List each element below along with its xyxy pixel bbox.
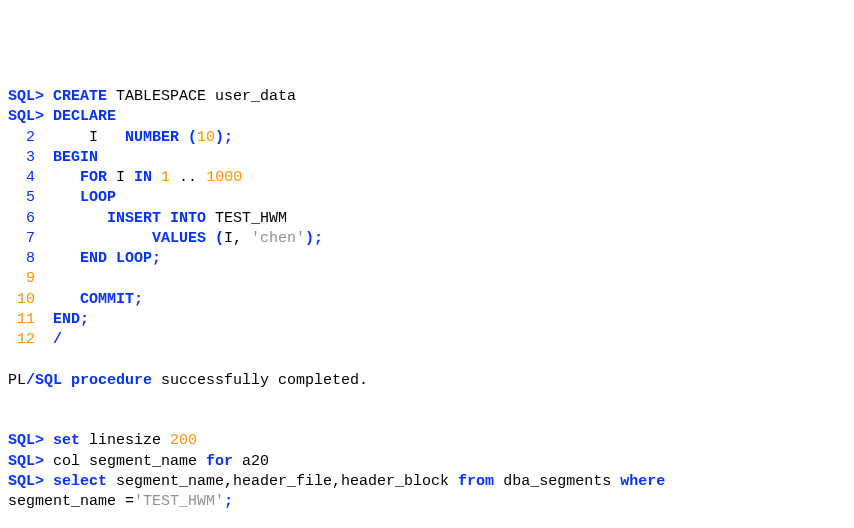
- sql-prompt: SQL>: [8, 453, 44, 470]
- keyword-end: END: [80, 250, 107, 267]
- keyword-set: set: [53, 432, 80, 449]
- line-number: 10: [8, 290, 35, 310]
- text: segment_name =: [8, 493, 134, 510]
- keyword-number: NUMBER: [125, 129, 179, 146]
- keyword-into: INTO: [170, 210, 206, 227]
- keyword-where: where: [620, 473, 665, 490]
- string-literal: 'chen': [251, 230, 305, 247]
- semicolon: ;: [224, 493, 233, 510]
- number-literal: 200: [170, 432, 197, 449]
- text: TEST_HWM: [206, 210, 287, 227]
- sql-prompt: SQL>: [8, 88, 44, 105]
- text: dba_segments: [494, 473, 620, 490]
- number-literal: 1000: [206, 169, 242, 186]
- sql-prompt: SQL>: [8, 473, 44, 490]
- sql-prompt: SQL>: [8, 432, 44, 449]
- completion-message: successfully completed.: [152, 372, 368, 389]
- keyword-create: CREATE: [53, 88, 107, 105]
- keyword-for: for: [206, 453, 233, 470]
- sql-prompt: SQL>: [8, 108, 44, 125]
- keyword-begin: BEGIN: [53, 149, 98, 166]
- text: TABLESPACE user_data: [107, 88, 296, 105]
- string-literal: 'TEST_HWM': [134, 493, 224, 510]
- line-number: 6: [8, 209, 35, 229]
- line-number: 7: [8, 229, 35, 249]
- keyword-for: FOR: [80, 169, 107, 186]
- line-number: 8: [8, 249, 35, 269]
- text: linesize: [80, 432, 170, 449]
- text: [152, 169, 161, 186]
- keyword-loop: LOOP;: [116, 250, 161, 267]
- number-literal: 1: [161, 169, 170, 186]
- keyword-in: IN: [134, 169, 152, 186]
- keyword-insert: INSERT: [107, 210, 161, 227]
- paren: );: [305, 230, 323, 247]
- terminal-output: SQL> CREATE TABLESPACE user_data SQL> DE…: [8, 87, 846, 528]
- text: PL: [8, 372, 26, 389]
- keyword-loop: LOOP: [80, 189, 116, 206]
- line-number: 12: [8, 330, 35, 350]
- line-number: 3: [8, 148, 35, 168]
- text: ..: [170, 169, 206, 186]
- keyword-select: select: [53, 473, 107, 490]
- text: /SQL procedure: [26, 372, 152, 389]
- text: segment_name,header_file,header_block: [107, 473, 458, 490]
- text: [53, 169, 80, 186]
- text: a20: [233, 453, 269, 470]
- number-literal: 10: [197, 129, 215, 146]
- paren: );: [215, 129, 233, 146]
- paren: (: [188, 129, 197, 146]
- line-number: 5: [8, 188, 35, 208]
- text: I,: [224, 230, 251, 247]
- keyword-end: END;: [53, 311, 89, 328]
- paren: (: [215, 230, 224, 247]
- line-number: 4: [8, 168, 35, 188]
- line-number: 9: [8, 269, 35, 289]
- slash: /: [53, 331, 62, 348]
- keyword-declare: DECLARE: [53, 108, 116, 125]
- text: I: [107, 169, 134, 186]
- text: I: [53, 129, 125, 146]
- keyword-values: VALUES: [152, 230, 206, 247]
- line-number: 11: [8, 310, 35, 330]
- keyword-from: from: [458, 473, 494, 490]
- line-number: 2: [8, 128, 35, 148]
- keyword-commit: COMMIT;: [80, 291, 143, 308]
- text: col segment_name: [44, 453, 206, 470]
